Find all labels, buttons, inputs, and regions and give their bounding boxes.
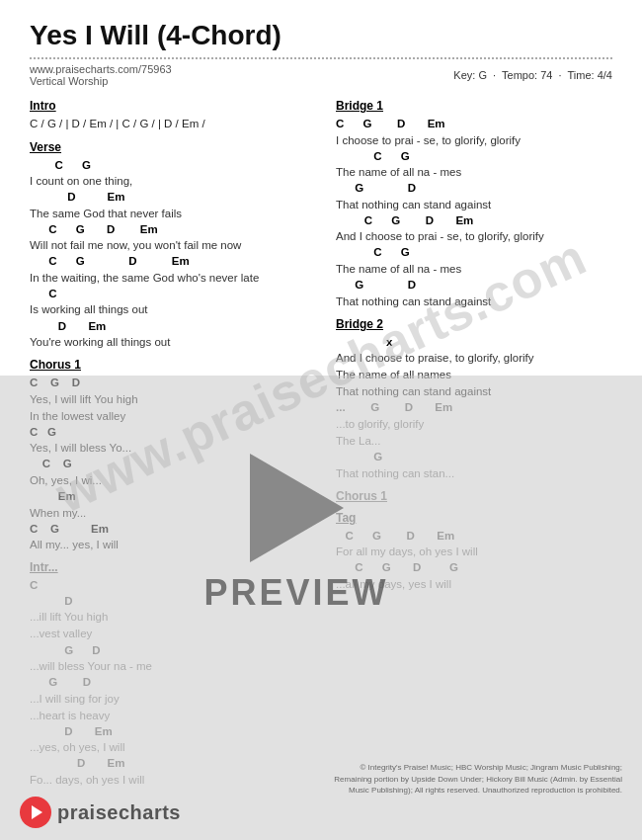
bridge1-label: Bridge 1 [336, 99, 612, 113]
key: Key: G [453, 69, 487, 81]
chorus1-content: C G D Yes, I will lift You high In the l… [30, 376, 316, 552]
footer-logo[interactable]: praisecharts [20, 797, 181, 828]
right-column: Bridge 1 C G D Em I choose to prai - se,… [336, 99, 612, 796]
bridge2-content: x And I choose to praise, to glorify, gl… [336, 335, 612, 481]
copyright-text: © Integrity's Praise! Music; HBC Worship… [326, 762, 622, 796]
url-artist: www.praisecharts.com/75963 Vertical Wors… [30, 63, 172, 87]
intro2-label: Intr... [30, 560, 316, 574]
url: www.praisecharts.com/75963 [30, 63, 172, 75]
time: Time: 4/4 [568, 69, 612, 81]
tag-label: Tag [336, 511, 612, 525]
song-info: Key: G · Tempo: 74 · Time: 4/4 [453, 69, 612, 81]
intro2-section: Intr... C D ...ill lift You high ...vest… [30, 560, 316, 788]
left-column: Intro C / G / | D / Em / | C / G / | D /… [30, 99, 316, 796]
tag-content: C G D Em For all my days, oh yes I will … [336, 529, 612, 592]
page: Yes I Will (4-Chord) www.praisecharts.co… [0, 0, 642, 840]
page-title: Yes I Will (4-Chord) [30, 20, 612, 51]
intro-section: Intro C / G / | D / Em / | C / G / | D /… [30, 99, 316, 132]
two-col-layout: Intro C / G / | D / Em / | C / G / | D /… [30, 99, 612, 796]
tempo: Tempo: 74 [502, 69, 552, 81]
bridge2-section: Bridge 2 x And I choose to praise, to gl… [336, 317, 612, 481]
subtitle-row: www.praisecharts.com/75963 Vertical Wors… [30, 63, 612, 87]
intro-label: Intro [30, 99, 316, 113]
tag-section: Tag C G D Em For all my days, oh yes I w… [336, 511, 612, 592]
footer-brand: praisecharts [57, 801, 181, 824]
intro-content: C / G / | D / Em / | C / G / | D / Em / [30, 117, 316, 132]
bridge1-content: C G D Em I choose to prai - se, to glori… [336, 117, 612, 309]
chorus1-section: Chorus 1 C G D Yes, I will lift You high… [30, 358, 316, 552]
artist: Vertical Worship [30, 75, 108, 87]
intro2-content: C D ...ill lift You high ...vest valley … [30, 578, 316, 788]
divider [30, 57, 612, 59]
verse-content: C G I count on one thing, D Em The same … [30, 158, 316, 351]
chorus1b-section: Chorus 1 [336, 489, 612, 503]
bridge1-section: Bridge 1 C G D Em I choose to prai - se,… [336, 99, 612, 309]
chorus1-label: Chorus 1 [30, 358, 316, 372]
chorus1b-label: Chorus 1 [336, 489, 612, 503]
bridge2-label: Bridge 2 [336, 317, 612, 331]
verse-label: Verse [30, 140, 316, 154]
footer: praisecharts [0, 797, 642, 828]
verse-section: Verse C G I count on one thing, D Em The… [30, 140, 316, 351]
footer-play-icon[interactable] [20, 797, 51, 828]
